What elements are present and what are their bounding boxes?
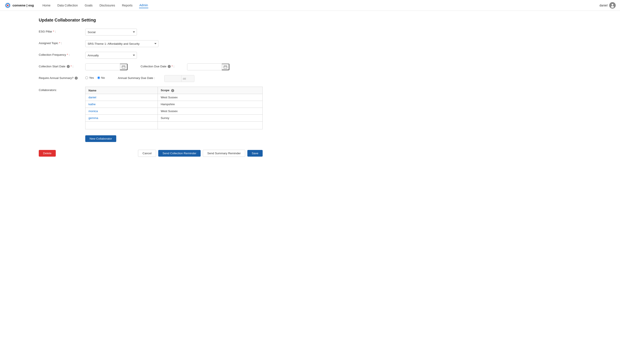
collection-frequency-select[interactable]: Annually Quarterly Monthly (85, 52, 137, 59)
col-scope-header: Scope i (157, 87, 263, 94)
start-date-calendar-btn[interactable] (120, 64, 127, 70)
calendar-icon-2 (224, 65, 227, 69)
due-date-info-icon[interactable]: i (168, 65, 171, 68)
svg-point-2 (7, 4, 8, 6)
nav-home[interactable]: Home (42, 3, 51, 8)
logo: convene | esg (4, 2, 34, 9)
date-row: Collection Start Date i * : 04/04/2022 (39, 63, 263, 70)
collaborators-label: Collaborators: (39, 87, 82, 92)
esg-pillar-control: Environmental Social Governance (85, 29, 137, 35)
collaborators-table: Name Scope i danielWest SussexkatheHamps… (85, 87, 263, 129)
avatar (609, 2, 616, 9)
due-date-label: Collection Due Date i * : (140, 63, 184, 68)
collaborators-row: Collaborators: Name Scope i (39, 87, 263, 142)
assigned-topic-select[interactable]: SRS-Theme 1: Affordability and Security (85, 40, 158, 47)
scope-info-icon[interactable]: i (171, 89, 174, 92)
send-collection-reminder-button[interactable]: Send Collection Reminder (158, 150, 201, 157)
form: ESG Pillar * : Environmental Social Gove… (39, 29, 263, 142)
esg-pillar-row: ESG Pillar * : Environmental Social Gove… (39, 29, 263, 35)
start-date-required: * (71, 65, 72, 68)
table-spacer-row (85, 121, 263, 129)
new-collaborator-button[interactable]: New Collaborator (85, 135, 116, 142)
actions-row: Delete Cancel Send Collection Reminder S… (39, 150, 263, 157)
radio-no[interactable]: No (97, 76, 105, 79)
start-date-control: 04/04/2022 (85, 63, 128, 70)
new-collaborator-wrap: New Collaborator (85, 132, 263, 142)
collection-freq-required: * (67, 53, 68, 56)
nav-user: daniel (600, 2, 616, 9)
start-date-input-wrap: 04/04/2022 (85, 63, 128, 70)
table-row: danielWest Sussex (85, 94, 263, 101)
svg-point-4 (611, 6, 614, 8)
nav-reports[interactable]: Reports (122, 3, 133, 8)
nav-admin[interactable]: Admin (139, 2, 149, 8)
page-title: Update Collaborator Setting (39, 18, 263, 23)
table-row: gemmaSurrey (85, 115, 263, 121)
start-date-label: Collection Start Date i * : (39, 63, 82, 68)
require-summary-label: Require Annual Summary? i (39, 75, 82, 80)
navbar: convene | esg Home Data Collection Goals… (0, 0, 620, 11)
svg-point-3 (612, 4, 613, 6)
logo-text: convene | esg (13, 3, 34, 7)
table-row: monicaWest Sussex (85, 108, 263, 115)
collaborator-scope: Hampshire (157, 101, 263, 108)
due-date-calendar-btn[interactable] (222, 64, 229, 70)
start-date-info-icon[interactable]: i (67, 65, 70, 68)
collaborators-wrap: Name Scope i danielWest SussexkatheHamps… (85, 87, 263, 142)
cancel-button[interactable]: Cancel (138, 150, 156, 157)
nav-goals[interactable]: Goals (84, 3, 93, 8)
summary-due-date-pair: Annual Summary Due Date : dd (118, 75, 194, 82)
start-date-pair: Collection Start Date i * : 04/04/2022 (39, 63, 128, 70)
main-content: Update Collaborator Setting ESG Pillar *… (0, 11, 301, 164)
collab-header-row: Name Scope i (85, 87, 263, 94)
due-date-control: 30/12/2022 (187, 63, 230, 70)
delete-button[interactable]: Delete (39, 150, 56, 157)
collection-frequency-row: Collection Frequency * : Annually Quarte… (39, 52, 263, 59)
radio-no-input[interactable] (97, 76, 100, 79)
save-button[interactable]: Save (247, 150, 263, 157)
svg-rect-9 (224, 66, 227, 68)
col-name-header: Name (85, 87, 158, 94)
collaborator-scope: West Sussex (157, 94, 263, 101)
radio-yes[interactable]: Yes (85, 76, 94, 79)
assigned-topic-row: Assigned Topic * : SRS-Theme 1: Affordab… (39, 40, 263, 47)
collaborator-scope: West Sussex (157, 108, 263, 115)
collaborator-name[interactable]: daniel (85, 94, 158, 101)
user-name: daniel (600, 4, 607, 7)
assigned-topic-label: Assigned Topic * : (39, 40, 82, 45)
logo-icon (4, 2, 11, 9)
summary-month-select[interactable] (164, 75, 182, 82)
esg-pillar-required: * (53, 30, 54, 33)
due-date-required: * (171, 65, 173, 68)
due-date-input[interactable]: 30/12/2022 (187, 64, 222, 70)
start-date-input[interactable]: 04/04/2022 (85, 64, 120, 70)
nav-disclosures[interactable]: Disclosures (99, 3, 115, 8)
assigned-topic-control: SRS-Theme 1: Affordability and Security (85, 40, 158, 47)
collaborator-name[interactable]: kathe (85, 101, 158, 108)
esg-pillar-label: ESG Pillar * : (39, 29, 82, 33)
require-summary-radio-group: Yes No (85, 75, 105, 79)
actions-right: Cancel Send Collection Reminder Send Sum… (138, 150, 263, 157)
due-date-input-wrap: 30/12/2022 (187, 63, 230, 70)
collaborator-name[interactable]: monica (85, 108, 158, 115)
collaborator-name[interactable]: gemma (85, 115, 158, 121)
calendar-icon (122, 65, 125, 69)
esg-pillar-select[interactable]: Environmental Social Governance (85, 29, 137, 35)
user-avatar-icon (610, 3, 615, 8)
require-summary-pair: Require Annual Summary? i Yes No (39, 75, 105, 80)
collaborator-scope: Surrey (157, 115, 263, 121)
assigned-topic-required: * (59, 42, 60, 45)
nav-data-collection[interactable]: Data Collection (57, 3, 78, 8)
due-date-pair: Collection Due Date i * : 30/12/2022 (140, 63, 230, 70)
table-row: katheHampshire (85, 101, 263, 108)
summary-due-date-label: Annual Summary Due Date : (118, 75, 161, 80)
summary-due-date-control: dd (164, 75, 194, 82)
summary-dd-select[interactable]: dd (182, 75, 194, 82)
collection-frequency-label: Collection Frequency * : (39, 52, 82, 56)
summary-row: Require Annual Summary? i Yes No An (39, 75, 263, 82)
radio-yes-input[interactable] (85, 76, 88, 79)
collection-frequency-control: Annually Quarterly Monthly (85, 52, 137, 59)
require-summary-info-icon[interactable]: i (75, 76, 78, 80)
svg-rect-5 (122, 66, 125, 68)
send-summary-reminder-button[interactable]: Send Summary Reminder (203, 150, 245, 157)
